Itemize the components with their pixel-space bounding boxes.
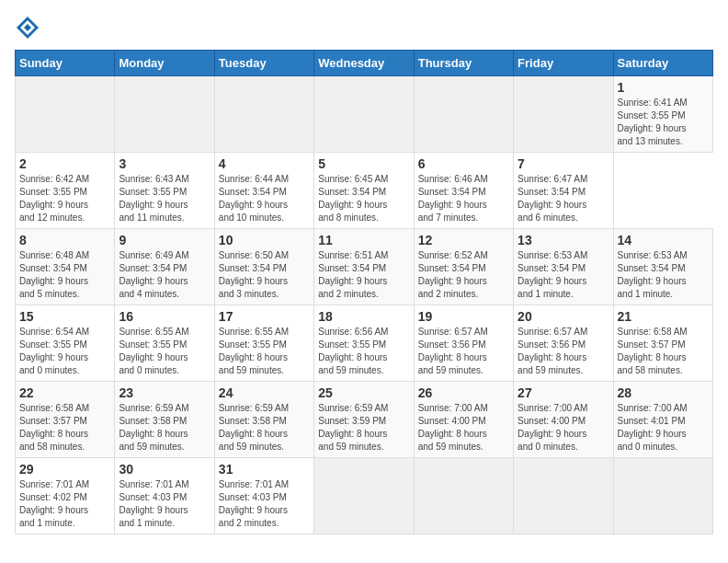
calendar-cell: 22Sunrise: 6:58 AMSunset: 3:57 PMDayligh… xyxy=(16,382,115,458)
calendar-cell: 26Sunrise: 7:00 AMSunset: 4:00 PMDayligh… xyxy=(414,382,513,458)
day-info: Sunrise: 6:53 AMSunset: 3:54 PMDaylight:… xyxy=(618,249,709,301)
day-number: 21 xyxy=(618,309,709,324)
day-number: 31 xyxy=(219,462,310,477)
calendar-cell: 27Sunrise: 7:00 AMSunset: 4:00 PMDayligh… xyxy=(514,382,613,458)
day-info: Sunrise: 6:51 AMSunset: 3:54 PMDaylight:… xyxy=(318,249,409,301)
calendar-cell: 16Sunrise: 6:55 AMSunset: 3:55 PMDayligh… xyxy=(115,305,214,382)
day-number: 15 xyxy=(19,309,110,324)
day-info: Sunrise: 6:45 AMSunset: 3:54 PMDaylight:… xyxy=(318,173,409,224)
calendar-cell xyxy=(414,76,513,153)
day-info: Sunrise: 6:46 AMSunset: 3:54 PMDaylight:… xyxy=(418,173,509,224)
day-info: Sunrise: 7:00 AMSunset: 4:00 PMDaylight:… xyxy=(418,402,509,454)
day-info: Sunrise: 6:50 AMSunset: 3:54 PMDaylight:… xyxy=(219,249,310,301)
calendar-cell: 5Sunrise: 6:45 AMSunset: 3:54 PMDaylight… xyxy=(314,153,414,229)
week-row-1: 2Sunrise: 6:42 AMSunset: 3:55 PMDaylight… xyxy=(16,153,713,229)
calendar-cell: 3Sunrise: 6:43 AMSunset: 3:55 PMDaylight… xyxy=(115,153,214,229)
header-day-wednesday: Wednesday xyxy=(314,51,414,76)
calendar-cell: 1Sunrise: 6:41 AMSunset: 3:55 PMDaylight… xyxy=(613,76,712,153)
day-info: Sunrise: 6:43 AMSunset: 3:55 PMDaylight:… xyxy=(119,173,210,224)
week-row-5: 29Sunrise: 7:01 AMSunset: 4:02 PMDayligh… xyxy=(16,458,713,534)
day-number: 16 xyxy=(119,309,210,324)
day-info: Sunrise: 7:00 AMSunset: 4:01 PMDaylight:… xyxy=(618,402,709,454)
calendar-cell: 10Sunrise: 6:50 AMSunset: 3:54 PMDayligh… xyxy=(214,229,313,305)
day-number: 27 xyxy=(518,385,609,400)
day-info: Sunrise: 6:44 AMSunset: 3:54 PMDaylight:… xyxy=(219,173,310,224)
week-row-3: 15Sunrise: 6:54 AMSunset: 3:55 PMDayligh… xyxy=(16,305,713,382)
day-number: 11 xyxy=(318,233,409,247)
calendar-cell: 19Sunrise: 6:57 AMSunset: 3:56 PMDayligh… xyxy=(414,305,513,382)
calendar-cell xyxy=(115,76,214,153)
header-day-tuesday: Tuesday xyxy=(214,51,313,76)
day-number: 1 xyxy=(618,80,709,95)
day-number: 8 xyxy=(19,233,110,247)
calendar-cell: 23Sunrise: 6:59 AMSunset: 3:58 PMDayligh… xyxy=(115,382,214,458)
day-info: Sunrise: 6:48 AMSunset: 3:54 PMDaylight:… xyxy=(19,249,110,301)
day-number: 30 xyxy=(119,462,210,477)
calendar-cell xyxy=(214,76,313,153)
header-day-sunday: Sunday xyxy=(16,51,115,76)
calendar-header: SundayMondayTuesdayWednesdayThursdayFrid… xyxy=(16,51,713,76)
calendar-cell: 8Sunrise: 6:48 AMSunset: 3:54 PMDaylight… xyxy=(16,229,115,305)
calendar-cell: 11Sunrise: 6:51 AMSunset: 3:54 PMDayligh… xyxy=(314,229,414,305)
calendar-cell xyxy=(514,458,613,534)
day-info: Sunrise: 6:55 AMSunset: 3:55 PMDaylight:… xyxy=(119,326,210,377)
header-day-friday: Friday xyxy=(514,51,613,76)
day-number: 2 xyxy=(19,156,110,171)
logo-icon xyxy=(15,15,40,40)
day-number: 17 xyxy=(219,309,310,324)
day-info: Sunrise: 6:59 AMSunset: 3:58 PMDaylight:… xyxy=(219,402,310,454)
day-info: Sunrise: 6:41 AMSunset: 3:55 PMDaylight:… xyxy=(618,97,709,148)
day-info: Sunrise: 6:58 AMSunset: 3:57 PMDaylight:… xyxy=(618,326,709,377)
day-number: 3 xyxy=(119,156,210,171)
day-number: 24 xyxy=(219,385,310,400)
calendar-cell: 21Sunrise: 6:58 AMSunset: 3:57 PMDayligh… xyxy=(613,305,712,382)
calendar-cell: 28Sunrise: 7:00 AMSunset: 4:01 PMDayligh… xyxy=(613,382,712,458)
day-info: Sunrise: 6:59 AMSunset: 3:59 PMDaylight:… xyxy=(318,402,409,454)
day-info: Sunrise: 7:01 AMSunset: 4:03 PMDaylight:… xyxy=(219,478,310,530)
calendar-cell: 12Sunrise: 6:52 AMSunset: 3:54 PMDayligh… xyxy=(414,229,513,305)
day-number: 28 xyxy=(618,385,709,400)
day-info: Sunrise: 6:52 AMSunset: 3:54 PMDaylight:… xyxy=(418,249,509,301)
day-number: 23 xyxy=(119,385,210,400)
day-number: 10 xyxy=(219,233,310,247)
calendar-cell: 6Sunrise: 6:46 AMSunset: 3:54 PMDaylight… xyxy=(414,153,513,229)
day-number: 7 xyxy=(518,156,609,171)
calendar-cell xyxy=(613,458,712,534)
calendar-cell: 7Sunrise: 6:47 AMSunset: 3:54 PMDaylight… xyxy=(514,153,613,229)
calendar-cell: 25Sunrise: 6:59 AMSunset: 3:59 PMDayligh… xyxy=(314,382,414,458)
week-row-4: 22Sunrise: 6:58 AMSunset: 3:57 PMDayligh… xyxy=(16,382,713,458)
day-info: Sunrise: 6:57 AMSunset: 3:56 PMDaylight:… xyxy=(418,326,509,377)
day-number: 22 xyxy=(19,385,110,400)
day-number: 19 xyxy=(418,309,509,324)
day-number: 12 xyxy=(418,233,509,247)
day-info: Sunrise: 6:59 AMSunset: 3:58 PMDaylight:… xyxy=(119,402,210,454)
day-info: Sunrise: 6:57 AMSunset: 3:56 PMDaylight:… xyxy=(518,326,609,377)
day-info: Sunrise: 6:54 AMSunset: 3:55 PMDaylight:… xyxy=(19,326,110,377)
calendar-cell: 20Sunrise: 6:57 AMSunset: 3:56 PMDayligh… xyxy=(514,305,613,382)
calendar-cell xyxy=(514,76,613,153)
calendar-cell xyxy=(314,458,414,534)
day-number: 5 xyxy=(318,156,409,171)
calendar-cell xyxy=(16,76,115,153)
day-info: Sunrise: 7:00 AMSunset: 4:00 PMDaylight:… xyxy=(518,402,609,454)
day-number: 6 xyxy=(418,156,509,171)
calendar-cell: 14Sunrise: 6:53 AMSunset: 3:54 PMDayligh… xyxy=(613,229,712,305)
calendar-table: SundayMondayTuesdayWednesdayThursdayFrid… xyxy=(15,50,713,534)
header-day-saturday: Saturday xyxy=(613,51,712,76)
calendar-cell: 29Sunrise: 7:01 AMSunset: 4:02 PMDayligh… xyxy=(16,458,115,534)
calendar-cell: 15Sunrise: 6:54 AMSunset: 3:55 PMDayligh… xyxy=(16,305,115,382)
calendar-cell xyxy=(414,458,513,534)
week-row-0: 1Sunrise: 6:41 AMSunset: 3:55 PMDaylight… xyxy=(16,76,713,153)
day-info: Sunrise: 6:56 AMSunset: 3:55 PMDaylight:… xyxy=(318,326,409,377)
calendar-cell: 2Sunrise: 6:42 AMSunset: 3:55 PMDaylight… xyxy=(16,153,115,229)
calendar-cell: 17Sunrise: 6:55 AMSunset: 3:55 PMDayligh… xyxy=(214,305,313,382)
day-info: Sunrise: 6:49 AMSunset: 3:54 PMDaylight:… xyxy=(119,249,210,301)
calendar-cell: 31Sunrise: 7:01 AMSunset: 4:03 PMDayligh… xyxy=(214,458,313,534)
day-number: 29 xyxy=(19,462,110,477)
day-number: 14 xyxy=(618,233,709,247)
header-day-monday: Monday xyxy=(115,51,214,76)
day-info: Sunrise: 6:42 AMSunset: 3:55 PMDaylight:… xyxy=(19,173,110,224)
day-number: 25 xyxy=(318,385,409,400)
day-info: Sunrise: 6:55 AMSunset: 3:55 PMDaylight:… xyxy=(219,326,310,377)
day-number: 18 xyxy=(318,309,409,324)
